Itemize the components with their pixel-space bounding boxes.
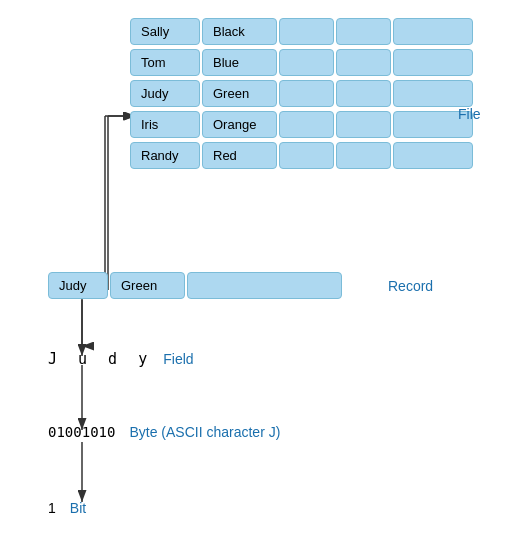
- cell-judy-color: Green: [202, 80, 277, 107]
- cell-tom-name: Tom: [130, 49, 200, 76]
- file-section: Sally Black Tom Blue Judy Green Iris Ora…: [130, 18, 473, 173]
- cell-iris-e1: [279, 111, 334, 138]
- cell-randy-e2: [336, 142, 391, 169]
- cell-randy-color: Red: [202, 142, 277, 169]
- cell-randy-name: Randy: [130, 142, 200, 169]
- cell-judy-name: Judy: [130, 80, 200, 107]
- bit-label: Bit: [70, 500, 86, 516]
- cell-sally-color: Black: [202, 18, 277, 45]
- record-label: Record: [388, 278, 433, 294]
- cell-tom-e3: [393, 49, 473, 76]
- record-section: Judy Green: [48, 272, 342, 299]
- cell-judy-e1: [279, 80, 334, 107]
- field-text: J u d y: [48, 350, 153, 368]
- cell-iris-name: Iris: [130, 111, 200, 138]
- field-section: J u d y Field: [48, 350, 194, 368]
- byte-section: 01001010 Byte (ASCII character J): [48, 424, 280, 440]
- main-container: Sally Black Tom Blue Judy Green Iris Ora…: [0, 0, 526, 549]
- record-cell-name: Judy: [48, 272, 108, 299]
- cell-sally-name: Sally: [130, 18, 200, 45]
- cell-randy-e1: [279, 142, 334, 169]
- file-row-iris: Iris Orange: [130, 111, 473, 138]
- bit-number: 1: [48, 500, 56, 516]
- file-label: File: [458, 106, 481, 122]
- cell-sally-e2: [336, 18, 391, 45]
- cell-randy-e3: [393, 142, 473, 169]
- bit-section: 1 Bit: [48, 500, 86, 516]
- record-cell-extra: [187, 272, 342, 299]
- cell-judy-e2: [336, 80, 391, 107]
- file-row-randy: Randy Red: [130, 142, 473, 169]
- byte-text: 01001010: [48, 424, 115, 440]
- cell-tom-e2: [336, 49, 391, 76]
- file-row-judy: Judy Green: [130, 80, 473, 107]
- cell-iris-color: Orange: [202, 111, 277, 138]
- record-cell-color: Green: [110, 272, 185, 299]
- cell-judy-e3: [393, 80, 473, 107]
- cell-sally-e1: [279, 18, 334, 45]
- file-row-tom: Tom Blue: [130, 49, 473, 76]
- cell-tom-e1: [279, 49, 334, 76]
- byte-label: Byte (ASCII character J): [129, 424, 280, 440]
- cell-sally-e3: [393, 18, 473, 45]
- cell-iris-e2: [336, 111, 391, 138]
- field-label: Field: [163, 351, 193, 367]
- cell-tom-color: Blue: [202, 49, 277, 76]
- file-row-sally: Sally Black: [130, 18, 473, 45]
